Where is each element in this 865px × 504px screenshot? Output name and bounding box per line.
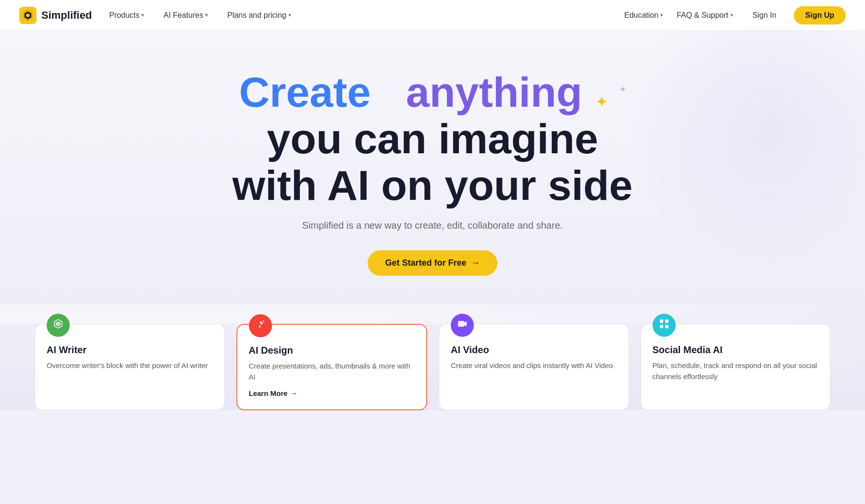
card-ai-design: AI Design Create presentations, ads, thu… <box>236 324 428 410</box>
navbar-right: Education ▾ FAQ & Support ▾ Sign In Sign… <box>622 6 846 25</box>
hero-subtitle: Simplified is a new way to create, edit,… <box>302 220 563 231</box>
hero-title-line2: you can imagine <box>233 116 633 162</box>
cta-button[interactable]: Get Started for Free → <box>368 250 497 276</box>
svg-rect-10 <box>665 320 668 323</box>
social-media-ai-icon <box>658 318 670 332</box>
social-media-ai-title: Social Media AI <box>653 344 819 356</box>
cta-label: Get Started for Free <box>385 258 466 268</box>
hero-title-line1: Create anything ✦ ✦ <box>233 69 633 116</box>
ai-writer-icon <box>52 318 64 332</box>
svg-rect-7 <box>458 321 464 327</box>
nav-products[interactable]: Products ▾ <box>107 7 146 24</box>
faq-chevron-icon: ▾ <box>730 12 733 18</box>
ai-design-icon <box>255 319 266 333</box>
hero-title-line3: with AI on your side <box>233 162 633 209</box>
hero-content: Create anything ✦ ✦ you can imagine with… <box>0 31 865 305</box>
sparkle-small-icon: ✦ <box>619 86 626 94</box>
education-chevron-icon: ▾ <box>660 12 663 18</box>
ai-design-icon-wrapper <box>249 314 272 337</box>
hero-anything-text: anything <box>406 68 582 116</box>
card-ai-video: AI Video Create viral videos and clips i… <box>439 324 629 410</box>
cards-section: AI Writer Overcome writer's block with t… <box>0 324 865 410</box>
cta-arrow-icon: → <box>471 258 480 268</box>
card-ai-writer: AI Writer Overcome writer's block with t… <box>35 324 225 410</box>
ai-video-desc: Create viral videos and clips instantly … <box>451 360 617 371</box>
hero-create-text: Create <box>239 68 371 116</box>
ai-design-title: AI Design <box>249 345 415 356</box>
ai-features-chevron-icon: ▾ <box>205 12 208 18</box>
nav-ai-features[interactable]: AI Features ▾ <box>161 7 210 24</box>
plans-chevron-icon: ▾ <box>288 12 291 18</box>
nav-faq[interactable]: FAQ & Support ▾ <box>675 7 735 24</box>
ai-writer-desc: Overcome writer's block with the power o… <box>47 360 213 371</box>
logo[interactable]: Simplified <box>19 7 92 24</box>
sign-in-button[interactable]: Sign In <box>745 7 784 24</box>
svg-marker-5 <box>56 321 61 326</box>
learn-more-arrow-icon: → <box>290 389 297 397</box>
card-social-media-ai: Social Media AI Plan, schedule, track an… <box>641 324 831 410</box>
sparkle-icon: ✦ <box>596 95 607 110</box>
ai-writer-title: AI Writer <box>47 344 213 356</box>
svg-rect-12 <box>665 325 668 328</box>
ai-video-icon-wrapper <box>451 314 474 337</box>
social-media-ai-icon-wrapper <box>653 314 676 337</box>
svg-rect-11 <box>660 325 663 328</box>
ai-video-icon <box>457 318 468 332</box>
logo-name: Simplified <box>41 9 92 22</box>
nav-plans[interactable]: Plans and pricing ▾ <box>225 7 293 24</box>
svg-marker-8 <box>464 321 467 326</box>
products-chevron-icon: ▾ <box>141 12 144 18</box>
social-media-ai-desc: Plan, schedule, track and respond on all… <box>653 360 819 382</box>
navbar: Simplified Products ▾ AI Features ▾ Plan… <box>0 0 865 31</box>
sign-up-button[interactable]: Sign Up <box>794 6 846 25</box>
ai-writer-icon-wrapper <box>47 314 70 337</box>
nav-education[interactable]: Education ▾ <box>622 7 665 24</box>
hero-section: Create anything ✦ ✦ you can imagine with… <box>0 31 865 410</box>
hero-title: Create anything ✦ ✦ you can imagine with… <box>233 69 633 209</box>
svg-rect-9 <box>660 320 663 323</box>
logo-icon <box>19 7 37 24</box>
ai-design-desc: Create presentations, ads, thumbnails & … <box>249 361 415 382</box>
navbar-left: Simplified Products ▾ AI Features ▾ Plan… <box>19 7 293 24</box>
ai-video-title: AI Video <box>451 344 617 356</box>
svg-point-6 <box>262 320 264 322</box>
ai-design-learn-more[interactable]: Learn More → <box>249 389 298 397</box>
